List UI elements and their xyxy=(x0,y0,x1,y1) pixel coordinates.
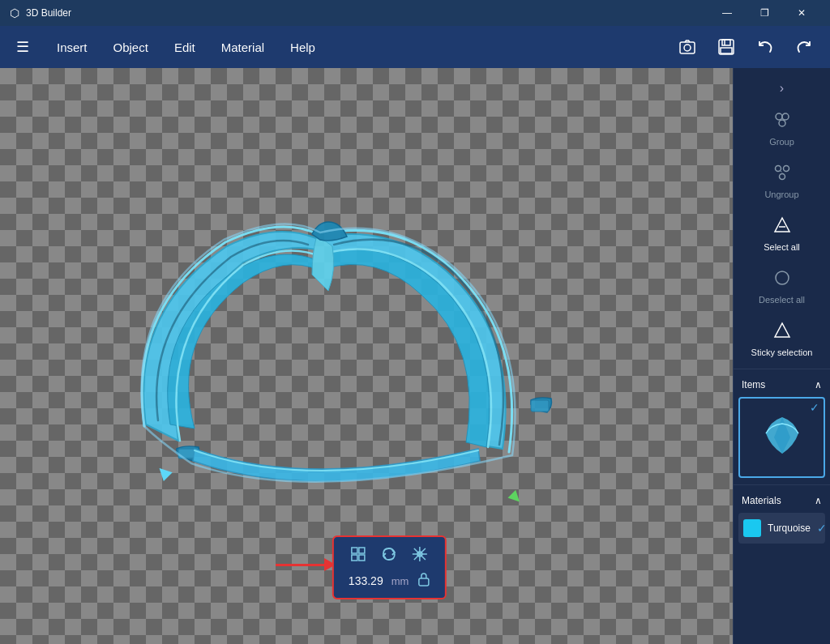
menu-material[interactable]: Material xyxy=(210,34,276,61)
svg-point-25 xyxy=(776,271,789,284)
undo-icon xyxy=(756,38,774,56)
panel-item-ungroup[interactable]: Ungroup xyxy=(734,155,830,207)
svg-rect-9 xyxy=(359,548,365,553)
item-thumbnail-0[interactable]: ✓ xyxy=(738,397,825,478)
restore-button[interactable]: ❐ xyxy=(746,0,783,26)
group-icon xyxy=(772,110,792,134)
arrow-line xyxy=(276,564,324,566)
item-preview-svg xyxy=(754,409,811,466)
panel-item-sticky-selection[interactable]: Sticky selection xyxy=(734,313,830,365)
select-all-label: Select all xyxy=(764,242,800,252)
toolbar-icons xyxy=(349,545,429,567)
deselect-all-icon xyxy=(772,268,792,292)
screenshot-icon xyxy=(678,38,696,56)
panel-item-select-all[interactable]: Select all xyxy=(734,207,830,260)
hamburger-menu[interactable]: ☰ xyxy=(10,32,36,62)
svg-rect-4 xyxy=(721,48,732,53)
svg-rect-7 xyxy=(531,400,549,412)
redo-button[interactable] xyxy=(788,31,820,63)
dimension-value: 133.29 xyxy=(349,574,383,587)
materials-section: Turquoise ✓ xyxy=(734,510,830,547)
redo-icon xyxy=(795,38,813,56)
svg-rect-11 xyxy=(359,555,365,561)
items-section-header: Items ∧ xyxy=(734,373,830,394)
material-color-swatch xyxy=(743,519,761,537)
screenshot-button[interactable] xyxy=(671,31,704,63)
dimension-unit: mm xyxy=(391,575,409,587)
material-name: Turquoise xyxy=(768,522,811,534)
bottom-toolbar: 133.29 mm xyxy=(332,535,446,599)
ungroup-icon xyxy=(772,163,792,186)
svg-point-18 xyxy=(776,113,782,120)
materials-collapse-icon[interactable]: ∧ xyxy=(815,495,822,506)
materials-section-header: Materials ∧ xyxy=(734,488,830,510)
select-all-icon xyxy=(772,215,792,239)
items-section: ✓ xyxy=(734,394,830,481)
panel-expand-chevron[interactable]: › xyxy=(734,75,830,102)
lock-icon[interactable] xyxy=(417,572,430,590)
title-bar: ⬡ 3D Builder — ❐ ✕ xyxy=(0,0,830,26)
undo-button[interactable] xyxy=(749,31,781,63)
menu-edit[interactable]: Edit xyxy=(163,34,207,61)
menu-help[interactable]: Help xyxy=(279,34,327,61)
arrow-indicator xyxy=(276,558,336,571)
panel-item-deselect-all[interactable]: Deselect all xyxy=(734,260,830,313)
svg-rect-8 xyxy=(352,548,357,553)
viewport[interactable]: ▶ ▶ xyxy=(0,68,733,644)
svg-point-22 xyxy=(783,166,789,172)
menu-object[interactable]: Object xyxy=(102,34,160,61)
app-icon: ⬡ xyxy=(10,6,19,19)
svg-rect-0 xyxy=(680,42,695,53)
material-item-turquoise[interactable]: Turquoise ✓ xyxy=(738,513,825,544)
material-check-icon: ✓ xyxy=(817,522,827,535)
items-section-label: Items xyxy=(742,379,765,390)
deselect-all-label: Deselect all xyxy=(759,295,805,305)
sticky-selection-label: Sticky selection xyxy=(751,348,813,357)
svg-point-21 xyxy=(775,166,781,172)
svg-point-19 xyxy=(782,113,789,120)
divider-2 xyxy=(734,484,830,485)
item-check-icon: ✓ xyxy=(810,401,819,414)
close-button[interactable]: ✕ xyxy=(783,0,820,26)
save-icon xyxy=(717,38,735,56)
svg-rect-10 xyxy=(352,555,357,561)
menu-insert[interactable]: Insert xyxy=(45,34,99,61)
group-label: Group xyxy=(769,137,794,147)
sticky-selection-icon xyxy=(772,321,792,344)
transform-icon[interactable] xyxy=(411,545,429,567)
save-button[interactable] xyxy=(710,31,742,63)
minimize-button[interactable]: — xyxy=(708,0,746,26)
panel-item-group[interactable]: Group xyxy=(734,102,830,155)
svg-point-1 xyxy=(684,45,691,51)
app-title: 3D Builder xyxy=(26,7,71,19)
rotate-icon[interactable] xyxy=(380,545,398,567)
divider-1 xyxy=(734,369,830,369)
svg-point-23 xyxy=(779,174,785,180)
menu-bar: ☰ Insert Object Edit Material Help xyxy=(0,26,830,68)
window-controls: — ❐ ✕ xyxy=(708,0,820,26)
main-content: ▶ ▶ xyxy=(0,68,830,644)
svg-point-20 xyxy=(779,120,785,126)
svg-rect-17 xyxy=(418,578,428,586)
resize-icon[interactable] xyxy=(349,545,367,567)
items-collapse-icon[interactable]: ∧ xyxy=(815,379,822,390)
ungroup-label: Ungroup xyxy=(764,190,798,199)
right-panel: › Group Ungroup xyxy=(733,68,830,644)
toolbar-values: 133.29 mm xyxy=(349,572,430,590)
svg-rect-3 xyxy=(722,40,730,45)
materials-section-label: Materials xyxy=(742,495,781,506)
toolbar-right xyxy=(671,31,820,63)
